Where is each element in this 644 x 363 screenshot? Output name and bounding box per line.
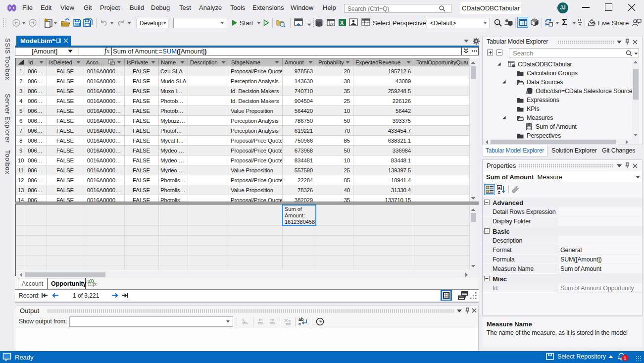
svg-text:fx: fx — [93, 281, 97, 287]
svg-text:123: 123 — [111, 62, 115, 65]
svg-text:c: c — [298, 321, 301, 326]
svg-text:Z: Z — [498, 190, 500, 194]
svg-text:fx: fx — [330, 21, 334, 26]
svg-text:X: X — [340, 20, 344, 26]
svg-text:A: A — [498, 186, 501, 190]
